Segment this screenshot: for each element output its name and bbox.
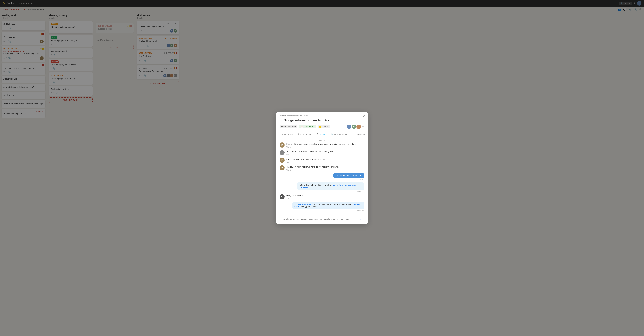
tab-chat[interactable]: 💬 CHAT bbox=[314, 131, 328, 137]
chat-bubble-thanks: Thanks for taking care of this! May 2 bbox=[280, 173, 364, 180]
bubble-onhold-text: Putting this on hold while we work on Un… bbox=[296, 183, 364, 190]
chat-bubble-onhold: Putting this on hold while we work on Un… bbox=[280, 183, 364, 192]
chat-text-7: Okay Arun. Thanks! bbox=[286, 194, 364, 198]
avatar-dark: ⬡ bbox=[280, 194, 284, 199]
modal-assignees: D B J ✏ bbox=[347, 124, 364, 129]
tab-attachments[interactable]: 📎 ATTACHMENTS bbox=[328, 131, 352, 137]
modal-overlay: Building a website / Quality Check ☆ Des… bbox=[0, 0, 644, 335]
modal-title-row: ☆ Design information architecture bbox=[280, 118, 364, 122]
modal-title: Design information architecture bbox=[284, 118, 364, 122]
edit-assignees-icon[interactable]: ✏ bbox=[362, 125, 364, 128]
chat-text-3: Philipp: can you take a look at this wit… bbox=[286, 158, 364, 161]
send-button[interactable]: ➤ bbox=[360, 217, 362, 221]
mention-dennis: @Dennis Andersen bbox=[294, 203, 312, 206]
checklist-tab-icon: ☑ bbox=[298, 133, 300, 135]
date-divider-feb13: Feb 13 bbox=[280, 139, 364, 141]
chat-time-2: Mar 19 bbox=[286, 154, 364, 155]
calendar-icon: 📅 bbox=[301, 126, 303, 128]
modal-star-icon[interactable]: ☆ bbox=[280, 118, 282, 122]
chat-text-1: Dennis: this needs some rework; my comme… bbox=[286, 142, 364, 146]
chat-input-row: ➤ bbox=[280, 216, 364, 222]
bubble-thanks-text: Thanks for taking care of this! bbox=[333, 173, 364, 178]
chat-message-review: P The review went well; I will write up … bbox=[280, 165, 364, 171]
bubble-mention-time: Yesterday bbox=[357, 210, 364, 212]
chat-message-philipp: P Philipp: can you take a look at this w… bbox=[280, 158, 364, 163]
chat-text-4: The review went well; I will write up my… bbox=[286, 165, 364, 169]
chat-text-2: Good feedback; I added some comments of … bbox=[286, 150, 364, 153]
chat-tab-icon: 💬 bbox=[317, 133, 320, 135]
assignee-avatar-1[interactable]: D bbox=[347, 124, 352, 129]
bubble-mention-text: @Dennis Andersen You can pick this up no… bbox=[292, 202, 364, 209]
chat-message-okay-arun: ⬡ Okay Arun. Thanks! Jun 1 bbox=[280, 194, 364, 200]
modal-tabs: ≡ DETAILS ☑ CHECKLIST 💬 CHAT 📎 ATTACHMEN… bbox=[276, 131, 368, 137]
chat-message-dennis-rework: D Dennis: this needs some rework; my com… bbox=[280, 142, 364, 148]
avatar-philipp: P bbox=[280, 158, 284, 163]
avatar-anon bbox=[280, 150, 284, 155]
badge-due[interactable]: 📅 DUE JUL 01 bbox=[299, 125, 316, 128]
bubble-onhold-time: Edited Jun 1 bbox=[355, 190, 364, 192]
chat-time-1: Mar 18 bbox=[286, 146, 364, 148]
attachments-tab-icon: 📎 bbox=[331, 133, 333, 135]
chat-time-3: Apr 1 bbox=[286, 161, 364, 163]
chat-time-7: Jun 1 bbox=[286, 198, 364, 200]
tag-color-swatch bbox=[319, 126, 321, 127]
modal-close-button[interactable]: ✕ bbox=[362, 114, 365, 118]
badge-tags[interactable]: 2 TAGS bbox=[318, 125, 330, 128]
avatar-dennis: D bbox=[280, 142, 284, 147]
modal-badges: NEEDS REVIEW 📅 DUE JUL 01 2 TAGS D B J ✏ bbox=[280, 124, 364, 129]
chat-time-4: May 2 bbox=[286, 169, 364, 171]
modal-card: Building a website / Quality Check ☆ Des… bbox=[276, 112, 368, 224]
modal-footer: ➤ bbox=[276, 214, 368, 224]
assignee-avatar-3[interactable]: J bbox=[356, 124, 361, 129]
chat-input-field[interactable] bbox=[282, 218, 359, 220]
tab-details[interactable]: ≡ DETAILS bbox=[280, 131, 295, 137]
modal-chat-body: Feb 13 D Dennis: this needs some rework;… bbox=[276, 137, 368, 214]
modal-header: Building a website / Quality Check ☆ Des… bbox=[276, 112, 368, 131]
bubble-thanks-time: May 2 bbox=[360, 179, 364, 180]
chat-bubble-mention: @Dennis Andersen You can pick this up no… bbox=[280, 202, 364, 212]
assignee-avatar-2[interactable]: B bbox=[352, 124, 356, 129]
modal-breadcrumb: Building a website / Quality Check bbox=[280, 115, 364, 117]
details-tab-icon: ≡ bbox=[282, 133, 283, 135]
avatar-review: P bbox=[280, 165, 284, 170]
chat-link-processes[interactable]: Understand key business processes bbox=[299, 184, 356, 189]
tab-history[interactable]: ⏱ HISTORY bbox=[352, 131, 369, 137]
badge-status[interactable]: NEEDS REVIEW bbox=[280, 125, 298, 128]
chat-message-feedback: Good feedback; I added some comments of … bbox=[280, 150, 364, 155]
history-tab-icon: ⏱ bbox=[354, 133, 356, 135]
tab-checklist[interactable]: ☑ CHECKLIST bbox=[295, 131, 314, 137]
